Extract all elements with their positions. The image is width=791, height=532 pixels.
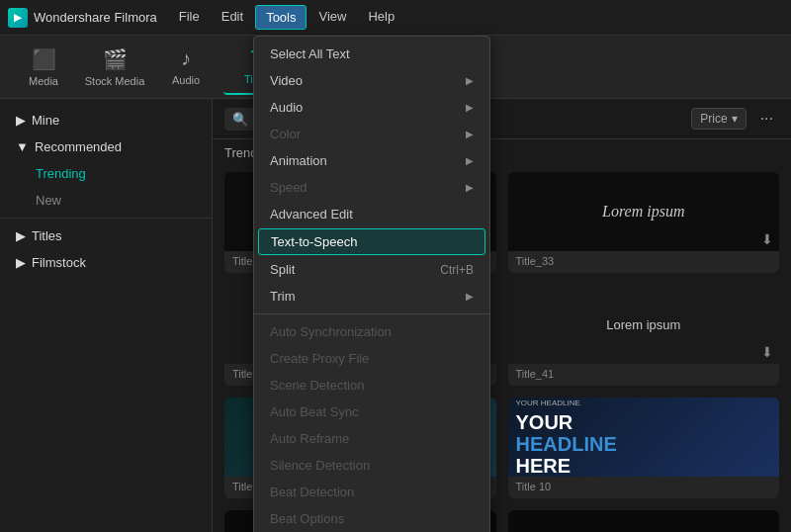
select-all-text-label: Select All Text xyxy=(270,46,350,61)
label-title10: Title 10 xyxy=(508,477,780,498)
text-to-speech-label: Text-to-Speech xyxy=(271,234,357,249)
audio-icon: ♪ xyxy=(181,47,191,70)
silence-detect-label: Silence Detection xyxy=(270,458,370,473)
sidebar-item-titles[interactable]: ▶ Titles xyxy=(0,222,212,249)
auto-beat-label: Auto Beat Sync xyxy=(270,404,359,419)
sidebar-item-mine[interactable]: ▶ Mine xyxy=(0,107,212,133)
tools-menu[interactable]: Select All Text Video ▶ Audio ▶ Color ▶ … xyxy=(253,36,490,532)
sidebar-item-trending[interactable]: Trending xyxy=(0,160,212,187)
thumb-title41: Lorem ipsum ⬇ xyxy=(508,285,780,364)
menu-video[interactable]: Video ▶ xyxy=(254,67,489,94)
sidebar: ▶ Mine ▼ Recommended Trending New ▶ Titl… xyxy=(0,99,213,532)
speed-submenu-arrow: ▶ xyxy=(466,182,474,193)
app-logo: ▶ Wondershare Filmora xyxy=(8,8,157,28)
grid-item-title41[interactable]: Lorem ipsum ⬇ Title_41 xyxy=(508,285,780,386)
menu-trim[interactable]: Trim ▶ xyxy=(254,283,489,310)
toolbar-stock-media[interactable]: 🎬 Stock Media xyxy=(81,40,148,95)
toolbar-media-label: Media xyxy=(29,75,58,87)
content-controls: Price ▾ ··· xyxy=(691,107,779,131)
titles-arrow: ▶ xyxy=(16,228,26,243)
advanced-edit-label: Advanced Edit xyxy=(270,207,353,222)
menu-color: Color ▶ xyxy=(254,121,489,147)
menu-edit[interactable]: Edit xyxy=(212,5,253,30)
sidebar-item-new[interactable]: New xyxy=(0,187,212,214)
recommended-arrow: ▼ xyxy=(16,139,29,154)
menu-split[interactable]: Split Ctrl+B xyxy=(254,256,489,283)
menu-scene-detect: Scene Detection xyxy=(254,372,489,399)
menu-select-all-text[interactable]: Select All Text xyxy=(254,41,489,67)
menu-proxy: Create Proxy File xyxy=(254,345,489,372)
menu-file[interactable]: File xyxy=(169,5,210,30)
thumb-your-title2: |YOUR TITLE HERE xyxy=(508,510,780,532)
menu-silence-detect: Silence Detection xyxy=(254,452,489,479)
more-button[interactable]: ··· xyxy=(754,107,779,131)
menu-help[interactable]: Help xyxy=(358,5,404,30)
sidebar-item-recommended[interactable]: ▼ Recommended xyxy=(0,133,212,160)
toolbar-audio-label: Audio xyxy=(172,74,200,86)
menu-beat-detect: Beat Detection xyxy=(254,479,489,505)
media-icon: ⬛ xyxy=(32,47,56,71)
toolbar-stock-label: Stock Media xyxy=(85,75,145,87)
beat-options-label: Beat Options xyxy=(270,511,344,526)
search-icon: 🔍 xyxy=(232,112,248,127)
app-name: Wondershare Filmora xyxy=(34,10,157,25)
toolbar-media[interactable]: ⬛ Media xyxy=(10,40,77,95)
sidebar-filmstock-label: Filmstock xyxy=(32,255,86,270)
stock-media-icon: 🎬 xyxy=(103,47,128,71)
animation-submenu-arrow: ▶ xyxy=(466,155,474,166)
video-label: Video xyxy=(270,73,303,88)
menu-auto-beat: Auto Beat Sync xyxy=(254,399,489,425)
audio-submenu-arrow: ▶ xyxy=(466,102,474,113)
download-icon-title41[interactable]: ⬇ xyxy=(761,344,773,360)
toolbar-audio[interactable]: ♪ Audio xyxy=(152,40,220,95)
sidebar-new-label: New xyxy=(36,193,61,208)
thumb-subtext-title10: YOUR HEADLINE xyxy=(516,399,580,407)
trim-submenu-arrow: ▶ xyxy=(466,291,474,302)
menu-advanced-edit[interactable]: Advanced Edit xyxy=(254,201,489,227)
auto-reframe-label: Auto Reframe xyxy=(270,431,349,446)
menu-beat-options: Beat Options xyxy=(254,505,489,532)
title-bar: ▶ Wondershare Filmora File Edit Tools Vi… xyxy=(0,0,791,36)
scene-detect-label: Scene Detection xyxy=(270,378,364,393)
sidebar-item-filmstock[interactable]: ▶ Filmstock xyxy=(0,249,212,276)
menu-animation[interactable]: Animation ▶ xyxy=(254,147,489,174)
sort-label: Price xyxy=(700,112,727,126)
color-submenu-arrow: ▶ xyxy=(466,129,474,139)
menu-tools[interactable]: Tools xyxy=(255,5,307,30)
label-title41: Title_41 xyxy=(508,364,780,386)
thumb-headline-title10: YOURHEADLINEHERE xyxy=(516,411,617,477)
thumb-text-title41: Lorem ipsum xyxy=(606,317,680,332)
menu-separator-1 xyxy=(254,313,489,314)
sidebar-mine-label: Mine xyxy=(32,113,59,128)
sidebar-titles-label: Titles xyxy=(32,228,62,243)
video-submenu-arrow: ▶ xyxy=(466,75,474,86)
split-label: Split xyxy=(270,262,295,277)
menu-view[interactable]: View xyxy=(308,5,356,30)
sidebar-recommended-label: Recommended xyxy=(35,139,122,154)
audio-label: Audio xyxy=(270,100,303,115)
grid-item-title33[interactable]: Lorem ipsum ⬇ Title_33 xyxy=(508,172,780,273)
animation-label: Animation xyxy=(270,153,327,168)
grid-item-your-title2[interactable]: |YOUR TITLE HERE xyxy=(508,510,780,532)
menu-auto-sync: Auto Synchronization xyxy=(254,318,489,345)
sidebar-trending-label: Trending xyxy=(36,166,86,181)
sidebar-separator xyxy=(0,218,212,219)
menu-speed: Speed ▶ xyxy=(254,174,489,201)
color-label: Color xyxy=(270,127,301,141)
logo-icon: ▶ xyxy=(8,8,28,28)
sort-button[interactable]: Price ▾ xyxy=(691,108,746,130)
menu-bar: File Edit Tools View Help xyxy=(169,5,404,30)
menu-auto-reframe: Auto Reframe xyxy=(254,425,489,452)
thumb-title10: YOUR HEADLINE YOURHEADLINEHERE xyxy=(508,398,780,477)
thumb-title33: Lorem ipsum ⬇ xyxy=(508,172,780,251)
sort-arrow-icon: ▾ xyxy=(732,112,738,126)
filmstock-arrow: ▶ xyxy=(16,255,26,270)
beat-detect-label: Beat Detection xyxy=(270,485,354,499)
menu-text-to-speech[interactable]: Text-to-Speech xyxy=(258,228,485,255)
thumb-text-title33: Lorem ipsum xyxy=(602,203,684,221)
split-shortcut: Ctrl+B xyxy=(440,263,474,277)
menu-audio[interactable]: Audio ▶ xyxy=(254,94,489,121)
trim-label: Trim xyxy=(270,289,296,304)
grid-item-title10[interactable]: YOUR HEADLINE YOURHEADLINEHERE Title 10 xyxy=(508,398,780,498)
download-icon-title33[interactable]: ⬇ xyxy=(761,231,773,247)
